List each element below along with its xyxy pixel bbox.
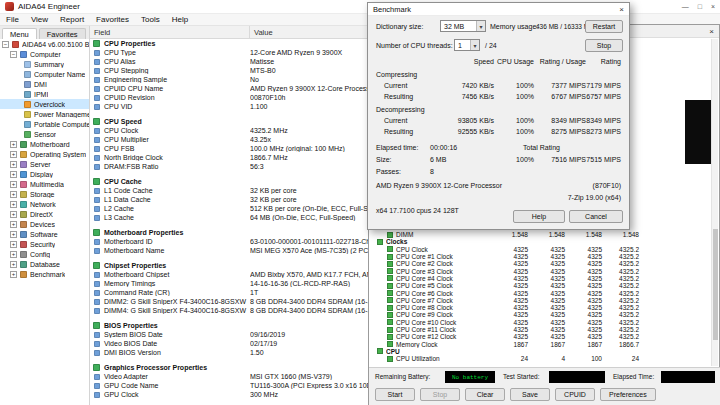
sidebar-item-security[interactable]: +Security bbox=[0, 239, 89, 249]
sensor-label: CPU Clock bbox=[396, 246, 491, 253]
sensor-row-cpu[interactable]: CPU bbox=[375, 348, 647, 355]
sidebar-item-computer-name[interactable]: Computer Name bbox=[0, 69, 89, 79]
sidebar-item-server[interactable]: +Server bbox=[0, 159, 89, 169]
sidebar-item-database[interactable]: +Database bbox=[0, 259, 89, 269]
menu-view[interactable]: View bbox=[25, 15, 54, 24]
sensor-row-cpu-core-8-clock[interactable]: CPU Core #8 Clock4325432543254325.2 bbox=[375, 304, 647, 311]
database-icon bbox=[20, 261, 27, 268]
section-title: CPU Speed bbox=[104, 118, 142, 125]
menu-help[interactable]: Help bbox=[166, 15, 194, 24]
scrollbar-thumb[interactable] bbox=[713, 229, 718, 340]
sensor-row-cpu-core-9-clock[interactable]: CPU Core #9 Clock4325432543254325.2 bbox=[375, 311, 647, 318]
stop-button[interactable]: Stop bbox=[585, 39, 623, 52]
expander-icon[interactable]: + bbox=[10, 151, 17, 158]
field-label: L1 Data Cache bbox=[104, 196, 151, 203]
sidebar-item-sensor[interactable]: Sensor bbox=[0, 129, 89, 139]
sensor-row-clocks[interactable]: Clocks bbox=[375, 238, 647, 245]
sidebar-item-motherboard[interactable]: +Motherboard bbox=[0, 139, 89, 149]
tab-menu[interactable]: Menu bbox=[2, 28, 37, 39]
restart-button[interactable]: Restart bbox=[585, 20, 623, 33]
menu-file[interactable]: File bbox=[0, 15, 25, 24]
sidebar-item-devices[interactable]: +Devices bbox=[0, 219, 89, 229]
cpu-threads-select[interactable]: 1 ▾ bbox=[454, 39, 480, 51]
sidebar-item-overclock[interactable]: Overclock bbox=[0, 99, 89, 109]
sensor-row-cpu-core-12-clock[interactable]: CPU Core #12 Clock4325432543254325.2 bbox=[375, 333, 647, 340]
sidebar-item-computer[interactable]: −Computer bbox=[0, 49, 89, 59]
expander-icon[interactable]: + bbox=[10, 141, 17, 148]
security-icon bbox=[20, 241, 27, 248]
expander-icon[interactable]: + bbox=[10, 191, 17, 198]
close-icon[interactable]: × bbox=[709, 27, 714, 36]
dictionary-size-select[interactable]: 32 MB ▾ bbox=[440, 20, 486, 32]
sidebar-item-operating-system[interactable]: +Operating System bbox=[0, 149, 89, 159]
preferences-button[interactable]: Preferences bbox=[600, 388, 656, 401]
expander-icon[interactable]: + bbox=[10, 251, 17, 258]
sidebar-item-dmi[interactable]: DMI bbox=[0, 79, 89, 89]
sensor-row-cpu-core-10-clock[interactable]: CPU Core #10 Clock4325432543254325.2 bbox=[375, 319, 647, 326]
sensor-row-cpu-core-11-clock[interactable]: CPU Core #11 Clock4325432543254325.2 bbox=[375, 326, 647, 333]
clear-button[interactable]: Clear bbox=[465, 388, 505, 401]
menu-tools[interactable]: Tools bbox=[135, 15, 166, 24]
aida64-v6-00-5100-beta-icon bbox=[12, 41, 19, 48]
sidebar-item-config[interactable]: +Config bbox=[0, 249, 89, 259]
start-button[interactable]: Start bbox=[375, 388, 415, 401]
sensor-row-cpu-core-6-clock[interactable]: CPU Core #6 Clock4325432543254325.2 bbox=[375, 289, 647, 296]
benchmark-icon bbox=[20, 271, 27, 278]
column-header-field[interactable]: Field bbox=[90, 26, 250, 38]
maximize-icon[interactable]: □ bbox=[698, 3, 702, 10]
menu-report[interactable]: Report bbox=[54, 15, 90, 24]
sidebar-item-network[interactable]: +Network bbox=[0, 199, 89, 209]
platform-info: x64 17.7100 cpus 24 128T bbox=[376, 207, 459, 214]
sidebar-item-storage[interactable]: +Storage bbox=[0, 189, 89, 199]
dialog-titlebar[interactable]: Benchmark × bbox=[368, 3, 629, 16]
minimize-icon[interactable]: — bbox=[682, 3, 689, 10]
expander-icon[interactable]: + bbox=[10, 271, 17, 278]
expander-icon[interactable]: + bbox=[10, 231, 17, 238]
sidebar-item-summary[interactable]: Summary bbox=[0, 59, 89, 69]
menu-favorites[interactable]: Favorites bbox=[90, 15, 135, 24]
close-icon[interactable]: × bbox=[711, 3, 715, 10]
field-cell: Command Rate (CR) bbox=[90, 289, 250, 296]
expander-icon[interactable]: − bbox=[2, 41, 9, 48]
sensor-row-cpu-core-1-clock[interactable]: CPU Core #1 Clock4325432543254325.2 bbox=[375, 253, 647, 260]
field-label: DIMM4: G Skill SniperX F4-3400C16-8GSXW bbox=[104, 307, 246, 314]
help-button[interactable]: Help bbox=[513, 210, 565, 223]
expander-icon[interactable]: + bbox=[10, 161, 17, 168]
expander-icon[interactable]: + bbox=[10, 261, 17, 268]
sensor-row-cpu-clock[interactable]: CPU Clock4325432543254325.2 bbox=[375, 246, 647, 253]
cancel-button[interactable]: Cancel bbox=[569, 210, 623, 223]
sensor-row-cpu-core-2-clock[interactable]: CPU Core #2 Clock4325432543254325.2 bbox=[375, 260, 647, 267]
sidebar-item-software[interactable]: +Software bbox=[0, 229, 89, 239]
comp-resulting-rating: 6757 MIPS bbox=[586, 93, 621, 100]
expander-icon[interactable]: + bbox=[10, 221, 17, 228]
sidebar-item-power-management[interactable]: Power Management bbox=[0, 109, 89, 119]
sidebar-item-portable-computer[interactable]: Portable Computer bbox=[0, 119, 89, 129]
cpuid-button[interactable]: CPUID bbox=[555, 388, 595, 401]
expander-icon[interactable]: + bbox=[10, 201, 17, 208]
expander-icon[interactable]: + bbox=[10, 171, 17, 178]
sensor-row-cpu-core-4-clock[interactable]: CPU Core #4 Clock4325432543254325.2 bbox=[375, 275, 647, 282]
sensor-row-cpu-core-7-clock[interactable]: CPU Core #7 Clock4325432543254325.2 bbox=[375, 297, 647, 304]
sidebar-item-aida64-v6-00-5100-beta[interactable]: −AIDA64 v6.00.5100 Beta bbox=[0, 39, 89, 49]
battery-display: No battery bbox=[445, 371, 495, 383]
sensor-row-cpu-utilization[interactable]: CPU Utilization24410024 bbox=[375, 355, 647, 362]
sidebar-item-display[interactable]: +Display bbox=[0, 169, 89, 179]
comp-resulting-ru: 6767 MIPS bbox=[551, 93, 586, 100]
expander-icon[interactable]: − bbox=[10, 51, 17, 58]
sensor-row-cpu-core-3-clock[interactable]: CPU Core #3 Clock4325432543254325.2 bbox=[375, 267, 647, 274]
tab-favorites[interactable]: Favorites bbox=[39, 28, 86, 39]
close-icon[interactable]: × bbox=[619, 5, 624, 14]
sensor-row-cpu-core-5-clock[interactable]: CPU Core #5 Clock4325432543254325.2 bbox=[375, 282, 647, 289]
save-button[interactable]: Save bbox=[510, 388, 550, 401]
sidebar-item-directx[interactable]: +DirectX bbox=[0, 209, 89, 219]
sensor-row-memory-clock[interactable]: Memory Clock1867186718671866.7 bbox=[375, 340, 647, 347]
sidebar-item-multimedia[interactable]: +Multimedia bbox=[0, 179, 89, 189]
expander-icon[interactable]: + bbox=[10, 181, 17, 188]
expander-icon[interactable]: + bbox=[10, 211, 17, 218]
scrollbar[interactable] bbox=[711, 39, 718, 366]
sidebar-item-ipmi[interactable]: IPMI bbox=[0, 89, 89, 99]
sidebar-item-benchmark[interactable]: +Benchmark bbox=[0, 269, 89, 279]
stop-button[interactable]: Stop bbox=[420, 388, 460, 401]
expander-icon[interactable]: + bbox=[10, 241, 17, 248]
sensor-row-dimm[interactable]: DIMM1.5481.5481.5481.548 bbox=[375, 231, 647, 238]
